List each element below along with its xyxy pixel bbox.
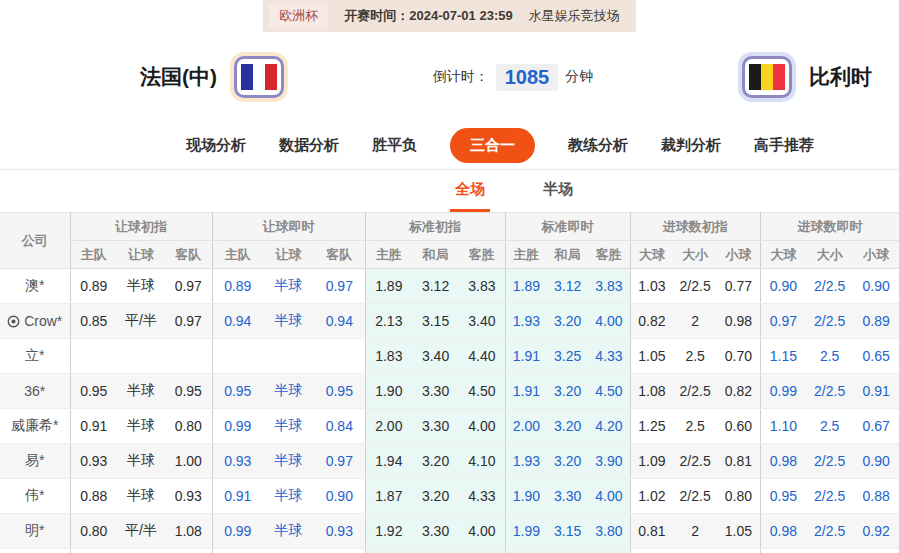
odds-cell: 3.20 [547, 444, 588, 479]
odds-cell [459, 549, 505, 553]
odds-cell: 半球 [263, 304, 314, 339]
odds-cell: 0.80 [70, 514, 117, 549]
odds-cell: 0.84 [314, 409, 365, 444]
company-cell [0, 549, 70, 553]
tab-referee-analysis[interactable]: 裁判分析 [661, 136, 721, 155]
odds-cell: 3.15 [547, 514, 588, 549]
period-subtabs: 全场半场 [0, 170, 899, 212]
odds-cell: 4.00 [588, 304, 630, 339]
odds-cell: 2 [673, 514, 717, 549]
odds-cell: 4.50 [459, 374, 505, 409]
odds-cell: 0.90 [760, 269, 806, 304]
odds-cell: 0.65 [853, 339, 899, 374]
odds-cell: 0.60 [717, 409, 760, 444]
odds-cell: 1.99 [505, 514, 547, 549]
odds-cell: 0.98 [760, 444, 806, 479]
tab-coach-analysis[interactable]: 教练分析 [568, 136, 628, 155]
odds-cell: 1.25 [630, 409, 673, 444]
sub-header: 大球 [760, 241, 806, 269]
odds-cell: 0.95 [314, 374, 365, 409]
sub-header: 客胜 [459, 241, 505, 269]
analysis-nav: 现场分析数据分析胜平负三合一教练分析裁判分析高手推荐 [0, 122, 899, 170]
odds-cell: 半球 [263, 479, 314, 514]
odds-cell: 0.91 [212, 479, 263, 514]
odds-cell: 1.08 [165, 514, 212, 549]
sub-header: 主胜 [505, 241, 547, 269]
odds-cell: 0.97 [165, 304, 212, 339]
odds-cell: 1.91 [505, 374, 547, 409]
odds-cell: 0.67 [853, 409, 899, 444]
group-header: 进球数即时 [760, 213, 899, 241]
company-cell: Crow* [0, 304, 70, 339]
group-header: 标准初指 [365, 213, 505, 241]
odds-table: 公司 让球初指 让球即时 标准初指 标准即时 进球数初指 进球数即时 主队 让球… [0, 212, 899, 553]
odds-cell: 2.00 [365, 409, 412, 444]
sub-header: 主队 [212, 241, 263, 269]
odds-cell [853, 549, 899, 553]
tab-expert-picks[interactable]: 高手推荐 [754, 136, 814, 155]
company-cell: 澳* [0, 269, 70, 304]
odds-cell: 2/2.5 [673, 479, 717, 514]
sub-header: 小球 [717, 241, 760, 269]
odds-cell: 3.83 [588, 269, 630, 304]
tab-win-draw-lose[interactable]: 胜平负 [372, 136, 417, 155]
group-header: 标准即时 [505, 213, 630, 241]
odds-cell: 0.94 [212, 304, 263, 339]
odds-cell: 4.40 [459, 339, 505, 374]
away-team: 比利时 [742, 56, 872, 98]
odds-cell [314, 549, 365, 553]
odds-cell: 半球 [263, 409, 314, 444]
odds-cell [717, 549, 760, 553]
odds-cell: 4.10 [459, 444, 505, 479]
tab-data-analysis[interactable]: 数据分析 [279, 136, 339, 155]
tab-live-analysis[interactable]: 现场分析 [186, 136, 246, 155]
odds-cell [70, 549, 117, 553]
odds-cell [760, 549, 806, 553]
company-cell: 立* [0, 339, 70, 374]
odds-cell: 1.90 [365, 374, 412, 409]
sub-header: 小球 [853, 241, 899, 269]
kickoff-time: 开赛时间：2024-07-01 23:59 [344, 7, 512, 25]
odds-cell [212, 549, 263, 553]
table-row: 36*0.95半球0.950.95半球0.951.903.304.501.913… [0, 374, 899, 409]
odds-cell: 0.91 [70, 409, 117, 444]
tab-half-match[interactable]: 半场 [538, 170, 578, 212]
odds-cell: 3.90 [588, 444, 630, 479]
venue-name: 水星娱乐竞技场 [529, 7, 620, 25]
odds-cell: 1.83 [365, 339, 412, 374]
sub-header: 让球 [263, 241, 314, 269]
odds-cell: 4.33 [588, 339, 630, 374]
odds-cell: 4.20 [588, 409, 630, 444]
tab-three-in-one[interactable]: 三合一 [450, 128, 535, 163]
countdown-label: 倒计时： [433, 68, 489, 86]
odds-cell [547, 549, 588, 553]
odds-cell: 0.90 [853, 444, 899, 479]
odds-cell: 4.00 [588, 479, 630, 514]
tab-full-match[interactable]: 全场 [450, 170, 490, 212]
odds-cell: 2.00 [505, 409, 547, 444]
odds-cell: 2.13 [365, 304, 412, 339]
match-header: 法国(中) 倒计时： 1085 分钟 比利时 [0, 32, 899, 122]
odds-cell: 0.97 [314, 269, 365, 304]
odds-cell: 1.15 [760, 339, 806, 374]
odds-cell: 3.12 [547, 269, 588, 304]
odds-cell: 3.30 [547, 479, 588, 514]
odds-cell: 0.95 [70, 374, 117, 409]
odds-cell: 平/半 [117, 514, 165, 549]
odds-cell: 3.15 [412, 304, 459, 339]
odds-cell: 0.93 [165, 479, 212, 514]
sub-header: 客队 [314, 241, 365, 269]
sub-header: 让球 [117, 241, 165, 269]
odds-cell: 3.12 [412, 269, 459, 304]
odds-cell: 0.93 [212, 444, 263, 479]
sub-header: 大小 [673, 241, 717, 269]
odds-cell: 4.33 [459, 479, 505, 514]
odds-cell: 0.99 [212, 409, 263, 444]
match-info-bar: 欧洲杯 开赛时间：2024-07-01 23:59 水星娱乐竞技场 [0, 0, 899, 32]
odds-cell: 0.90 [853, 269, 899, 304]
odds-cell: 2/2.5 [806, 514, 853, 549]
odds-cell: 3.20 [412, 444, 459, 479]
odds-cell: 0.93 [314, 514, 365, 549]
odds-cell: 半球 [117, 444, 165, 479]
odds-cell: 1.05 [717, 514, 760, 549]
